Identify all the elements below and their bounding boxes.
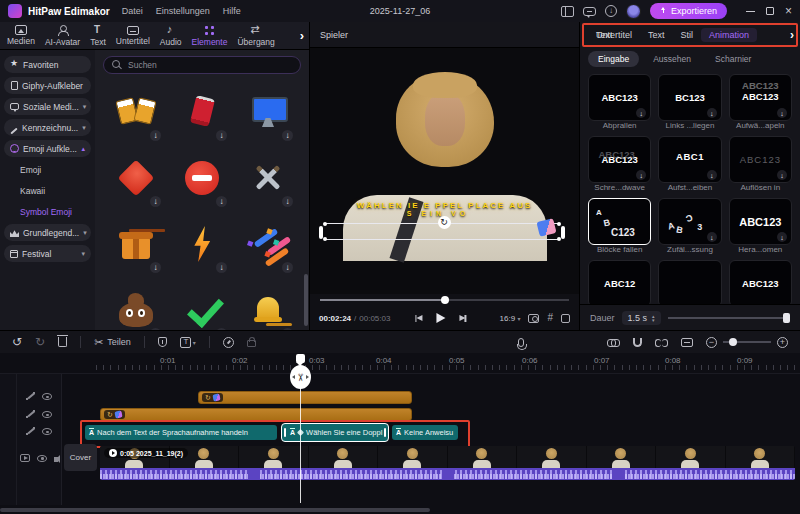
effect-clip-1[interactable]: ↻ — [198, 391, 412, 404]
download-icon[interactable]: ↓ — [707, 232, 717, 242]
resize-handle-right[interactable] — [561, 226, 565, 239]
anim-card-bloecke-fallen[interactable]: A B C123 — [588, 198, 651, 245]
search-bar[interactable] — [103, 56, 301, 74]
user-avatar[interactable] — [626, 4, 641, 19]
anim-card-partial-1[interactable]: ABC12 — [588, 260, 651, 304]
split-button[interactable]: ✂Teilen — [94, 337, 131, 348]
ribbon-more-chevron-icon[interactable]: › — [297, 28, 307, 43]
audio-waveform[interactable] — [100, 468, 795, 480]
tab-text-prop[interactable]: Text — [640, 28, 673, 42]
tab-text2[interactable]: Text — [588, 28, 612, 42]
download-icon[interactable]: ↓ — [777, 108, 787, 118]
subtab-scharnier[interactable]: Scharnier — [705, 51, 761, 67]
subtitle-clip-1[interactable]: A Nach dem Text der Sprachaufnahme hande… — [85, 425, 277, 440]
download-icon[interactable]: ↓ — [777, 232, 787, 242]
feedback-icon[interactable] — [583, 7, 596, 16]
tab-uebergang[interactable]: Übergang — [232, 25, 279, 47]
sidebar-item-giphy[interactable]: Giphy-Aufkleber — [4, 77, 91, 94]
sidebar-item-emoji[interactable]: Emoji — [4, 161, 91, 178]
sidebar-item-symbol-emoji[interactable]: Symbol Emoji — [4, 203, 91, 220]
tab-audio[interactable]: Audio — [155, 25, 187, 47]
duration-slider-knob[interactable] — [783, 313, 790, 323]
emoji-computer[interactable]: ↓ — [235, 82, 301, 142]
undo-icon[interactable]: ↺ — [12, 336, 22, 348]
menu-einstellungen[interactable]: Einstellungen — [156, 6, 210, 16]
film-icon[interactable] — [20, 454, 30, 462]
effects-icon[interactable] — [26, 427, 35, 436]
download-icon[interactable]: ↓ — [282, 130, 293, 141]
sidebar-item-favoriten[interactable]: Favoriten — [4, 56, 91, 73]
timeline-ruler[interactable]: 0:01 0:02 0:03 0:04 0:05 0:06 0:07 0:08 … — [0, 353, 800, 374]
video-preview[interactable]: WÄHLEN IE E PPEL PLACE AUS S EIN VO ↻ — [310, 48, 579, 294]
visibility-icon[interactable] — [42, 393, 52, 400]
layout-panels-icon[interactable] — [561, 6, 574, 17]
minimize-button[interactable] — [746, 11, 755, 12]
anim-card-herauskommen[interactable]: ABC123↓ — [729, 198, 792, 245]
link-icon[interactable] — [607, 339, 620, 346]
anim-card-aufloesen[interactable]: ABC123↓ — [729, 136, 792, 183]
video-clip[interactable] — [100, 446, 795, 468]
close-button[interactable]: × — [785, 6, 792, 16]
text-template-button[interactable]: ▾ — [180, 337, 196, 348]
play-button[interactable] — [436, 313, 445, 323]
sidebar-item-emoji-aufkleber[interactable]: Emoji Aufkle...▴ — [4, 140, 91, 157]
tab-untertitel[interactable]: Untertitel — [111, 25, 155, 46]
anim-card-abprallen[interactable]: ABC123↓ — [588, 74, 651, 121]
corner-handle[interactable] — [323, 222, 327, 226]
corner-handle[interactable] — [323, 237, 327, 241]
delete-icon[interactable] — [58, 337, 67, 347]
zoom-out-icon[interactable]: − — [706, 337, 717, 348]
tab-medien[interactable]: Medien — [2, 25, 40, 46]
anim-card-zufaellig[interactable]: A B C 3 ↓ — [658, 198, 721, 245]
anim-card-aufwaerts-stapeln[interactable]: ABC123ABC123↓ — [729, 74, 792, 121]
sidebar-item-festival[interactable]: Festival▾ — [4, 245, 91, 262]
download-icon[interactable]: ↓ — [216, 196, 227, 207]
tab-elemente[interactable]: Elemente — [187, 25, 233, 47]
aspect-ratio-select[interactable]: 16:9 ▾ — [500, 314, 521, 323]
subtab-aussehen[interactable]: Aussehen — [643, 51, 701, 67]
grid-icon[interactable]: # — [547, 313, 553, 323]
download-icon[interactable]: ↓ — [150, 130, 161, 141]
download-icon[interactable]: ↓ — [216, 130, 227, 141]
anim-card-links-einfliegen[interactable]: BC123↓ — [658, 74, 721, 121]
subtitle-clip-2-selected[interactable]: A Wählen Sie eine Doppl — [281, 423, 389, 442]
search-input[interactable] — [128, 60, 292, 70]
corner-handle[interactable] — [557, 222, 561, 226]
anim-card-partial-2[interactable] — [658, 260, 721, 304]
visibility-icon[interactable] — [37, 455, 47, 462]
playhead-marker[interactable] — [296, 354, 305, 363]
playhead-split-button[interactable]: ✂ — [290, 365, 311, 389]
tab-text[interactable]: Text — [85, 25, 111, 47]
zoom-slider-knob[interactable] — [729, 338, 737, 346]
download-icon[interactable]: ↓ — [282, 262, 293, 273]
subtab-eingabe[interactable]: Eingabe — [588, 51, 639, 67]
sidebar-item-kawaii[interactable]: Kawaii — [4, 182, 91, 199]
emoji-cola-can[interactable]: ↓ — [169, 82, 235, 142]
download-icon[interactable]: ↓ — [777, 170, 787, 180]
subtitle-clip-3[interactable]: A Keine Anweisu — [392, 425, 458, 440]
download-icon[interactable]: ↓ — [282, 196, 293, 207]
next-frame-button[interactable] — [457, 314, 466, 323]
effects-icon[interactable] — [26, 392, 35, 401]
microphone-icon[interactable] — [518, 338, 524, 347]
download-icon[interactable]: ↓ — [150, 196, 161, 207]
tab-animation[interactable]: Animation — [701, 28, 757, 42]
speed-icon[interactable] — [223, 337, 234, 348]
effect-clip-2[interactable]: ↻ — [100, 408, 412, 421]
duration-stepper[interactable]: 1.5 s ▴▾ — [622, 311, 661, 325]
redo-icon[interactable]: ↻ — [35, 336, 45, 348]
stepper-arrows-icon[interactable]: ▴▾ — [652, 314, 655, 322]
rotate-handle-icon[interactable]: ↻ — [438, 216, 451, 229]
tabs-more-chevron-icon[interactable]: › — [789, 28, 795, 42]
download-icon[interactable]: ↓ — [636, 170, 646, 180]
anim-card-schreibmaschine[interactable]: ABC123ABC123↓ — [588, 136, 651, 183]
sidebar-item-soziale-medien[interactable]: Soziale Medi...▾ — [4, 98, 91, 115]
duration-slider[interactable] — [668, 317, 790, 319]
snapshot-icon[interactable] — [528, 314, 539, 323]
emoji-confetti[interactable]: ↓ — [235, 214, 301, 274]
download-center-icon[interactable]: ↓ — [605, 5, 617, 17]
vertical-scrollbar[interactable] — [304, 274, 308, 326]
emoji-no-entry[interactable]: ↓ — [169, 148, 235, 208]
sidebar-item-kennzeichnung[interactable]: Kennzeichnu...▾ — [4, 119, 91, 136]
zoom-in-icon[interactable]: + — [777, 337, 788, 348]
